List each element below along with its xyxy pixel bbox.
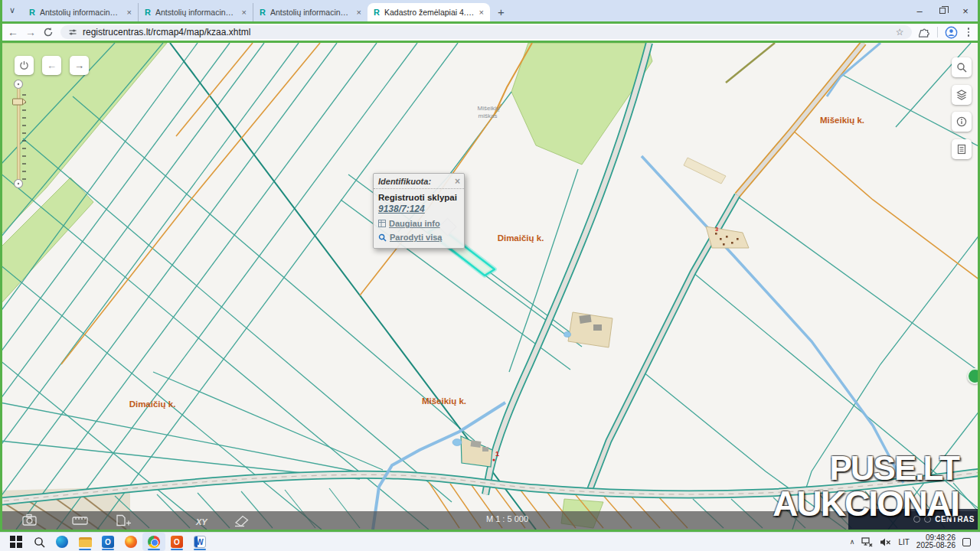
label-dimaiciu-center: Dimaičių k.	[498, 233, 544, 243]
system-tray: ∧ LIT 09:48:26 2025-08-26	[850, 534, 975, 550]
new-tab-button[interactable]: +	[498, 5, 505, 18]
info-table-icon	[378, 220, 386, 227]
add-page-icon[interactable]	[117, 516, 131, 526]
taskbar-clock[interactable]: 09:48:26 2025-08-26	[916, 534, 956, 550]
tab-close-icon[interactable]: ×	[242, 8, 247, 17]
tab-antstoliu-3[interactable]: R Antstolių informacinė sistema ×	[253, 3, 368, 21]
layers-button[interactable]	[952, 85, 972, 105]
map-viewport[interactable]: 1 3 Mišeikių k. Dimaičių k. Mišeikių k. …	[0, 43, 980, 530]
windows-logo-icon	[10, 536, 22, 548]
site-settings-icon[interactable]	[68, 28, 77, 37]
search-icon	[956, 62, 967, 73]
svg-text:1: 1	[495, 450, 499, 458]
restore-button[interactable]	[931, 0, 954, 21]
screen: ∨ R Antstolių informacinė sistema × R An…	[0, 0, 980, 551]
restore-icon	[939, 8, 946, 14]
file-explorer-icon	[79, 537, 92, 547]
forward-button[interactable]: →	[25, 27, 36, 37]
tab-title: Antstolių informacinė sistema	[155, 8, 237, 17]
zoom-slider[interactable]	[10, 78, 30, 191]
map-scale-text: M 1 : 5 000	[440, 514, 574, 523]
tab-antstoliu-1[interactable]: R Antstolių informacinė sistema ×	[23, 3, 138, 21]
tab-close-icon[interactable]: ×	[479, 8, 484, 17]
taskbar-outlook[interactable]: O	[96, 533, 119, 551]
registru-centras-favicon: R	[29, 8, 35, 17]
zoom-tick-marks	[22, 95, 26, 179]
magnifier-icon	[378, 233, 387, 242]
tray-chevron-icon[interactable]: ∧	[850, 538, 855, 546]
outlook-icon: O	[102, 536, 114, 548]
url-text[interactable]: registrucentras.lt/rcmap4/map/kzaa.xhtml	[83, 27, 250, 37]
identify-popup: Identifikuota: × Registruoti sklypai 913…	[373, 173, 465, 249]
taskbar-search-button[interactable]	[28, 533, 51, 551]
taskbar-word[interactable]: W	[188, 533, 211, 551]
power-icon	[19, 60, 29, 70]
tab-title: Antstolių informacinė sistema	[40, 8, 122, 17]
window-controls: – ×	[908, 0, 977, 21]
extensions-icon[interactable]	[919, 27, 930, 38]
history-back-button[interactable]: ←	[42, 56, 61, 75]
window-frame-left	[0, 0, 2, 532]
parcel-code-link[interactable]: 9138/7:124	[378, 204, 425, 214]
parodyti-visa-link[interactable]: Parodyti visą	[390, 233, 442, 242]
tab-close-icon[interactable]: ×	[127, 8, 132, 17]
tab-close-icon[interactable]: ×	[357, 8, 361, 17]
office-icon: O	[171, 536, 183, 548]
map-search-button[interactable]	[952, 57, 972, 77]
power-button[interactable]	[15, 56, 34, 75]
xy-coordinates-tool[interactable]: XY	[195, 517, 208, 527]
label-dimaiciu-left: Dimaičių k.	[129, 399, 176, 409]
print-screen-icon[interactable]	[23, 515, 36, 526]
firefox-icon	[125, 536, 137, 548]
tab-kadastro-zemelapiai-active[interactable]: R Kadastro žemėlapiai 4.1.25 ×	[368, 3, 490, 21]
popup-title: Identifikuota:	[378, 177, 455, 186]
puse-lt-watermark: PUSE.LT AUKCIONAI	[773, 452, 959, 522]
action-center-icon[interactable]	[962, 538, 971, 546]
taskbar-edge[interactable]	[51, 533, 74, 551]
network-icon[interactable]	[861, 537, 873, 547]
registru-centras-favicon: R	[145, 8, 151, 17]
eraser-icon[interactable]	[235, 517, 248, 527]
popup-close-icon[interactable]: ×	[455, 176, 460, 187]
reload-button[interactable]	[43, 27, 54, 37]
svg-text:miškas: miškas	[479, 112, 498, 119]
svg-text:3: 3	[715, 226, 718, 233]
measure-icon[interactable]	[73, 517, 87, 524]
document-list-icon	[956, 144, 967, 155]
search-icon	[34, 536, 45, 548]
daugiau-info-link[interactable]: Daugiau info	[389, 219, 440, 228]
taskbar-firefox[interactable]	[119, 533, 142, 551]
tab-antstoliu-2[interactable]: R Antstolių informacinė sistema ×	[138, 3, 253, 21]
browser-toolbar: ← → registrucentras.lt/rcmap4/map/kzaa.x…	[0, 24, 980, 41]
tab-bar: ∨ R Antstolių informacinė sistema × R An…	[0, 0, 980, 21]
word-icon: W	[194, 536, 206, 548]
taskbar-file-explorer[interactable]	[74, 533, 96, 551]
registru-centras-favicon: R	[260, 8, 266, 17]
browser-menu-icon[interactable]	[965, 28, 973, 37]
tab-title: Antstolių informacinė sistema	[270, 8, 352, 17]
speaker-muted-icon[interactable]	[880, 537, 891, 547]
address-bar[interactable]: registrucentras.lt/rcmap4/map/kzaa.xhtml…	[60, 25, 912, 39]
profile-avatar[interactable]	[945, 26, 958, 39]
layers-icon	[956, 90, 967, 100]
taskbar-office-app[interactable]: O	[165, 533, 188, 551]
popup-heading: Registruoti sklypai	[378, 193, 459, 202]
forest-label: Mišeikių miškas	[478, 105, 500, 119]
toolbar-divider	[937, 27, 938, 37]
close-window-button[interactable]: ×	[954, 0, 977, 21]
watermark-line2: AUKCIONAI	[773, 486, 959, 522]
tab-title: Kadastro žemėlapiai 4.1.25	[384, 8, 475, 17]
zoom-slider-thumb[interactable]	[13, 99, 27, 105]
map-info-button[interactable]	[952, 112, 972, 132]
tab-search-button[interactable]: ∨	[9, 5, 15, 15]
minimize-button[interactable]: –	[908, 0, 931, 21]
bookmark-star-icon[interactable]: ☆	[896, 27, 904, 37]
chrome-icon	[148, 536, 160, 548]
history-forward-button[interactable]: →	[70, 56, 89, 75]
start-button[interactable]	[5, 533, 28, 551]
keyboard-language-indicator[interactable]: LIT	[898, 538, 909, 546]
legend-button[interactable]	[952, 139, 972, 159]
svg-text:Mišeikių: Mišeikių	[478, 105, 500, 112]
back-button[interactable]: ←	[8, 27, 18, 37]
taskbar-chrome-active[interactable]	[142, 533, 165, 551]
